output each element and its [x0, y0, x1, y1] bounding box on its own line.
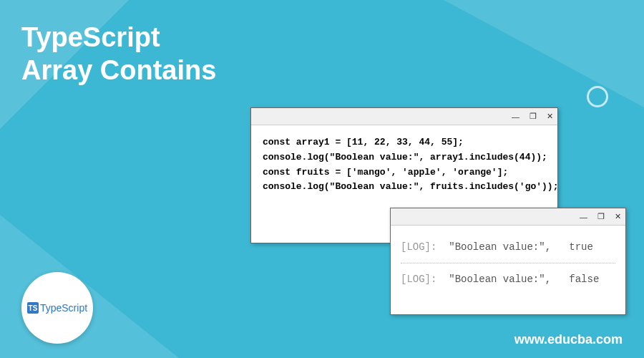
log-label: [LOG]:: [401, 241, 436, 253]
page-title: TypeScript Array Contains: [21, 21, 216, 87]
output-message: "Boolean value:",: [449, 241, 551, 253]
close-icon[interactable]: ✕: [615, 212, 621, 221]
ts-square-icon: TS: [27, 302, 39, 314]
code-line: console.log("Boolean value:", fruits.inc…: [263, 181, 558, 192]
output-message: "Boolean value:",: [449, 274, 551, 285]
log-label: [LOG]:: [401, 274, 436, 285]
output-divider: [401, 263, 615, 263]
output-line: [LOG]: "Boolean value:", false: [401, 266, 615, 292]
maximize-icon[interactable]: ❐: [597, 212, 605, 221]
close-icon[interactable]: ✕: [547, 112, 553, 121]
window-titlebar: — ❐ ✕: [251, 108, 557, 125]
output-value: true: [569, 241, 593, 253]
typescript-logo: TS TypeScript: [21, 272, 93, 344]
code-line: console.log("Boolean value:", array1.inc…: [263, 152, 547, 163]
title-line2: Array Contains: [21, 55, 216, 85]
maximize-icon[interactable]: ❐: [530, 112, 537, 121]
code-content: const array1 = [11, 22, 33, 44, 55]; con…: [251, 125, 557, 205]
output-content: [LOG]: "Boolean value:", true [LOG]: "Bo…: [391, 226, 625, 301]
output-line: [LOG]: "Boolean value:", true: [401, 234, 615, 260]
output-value: false: [569, 274, 599, 285]
website-url: www.educba.com: [514, 332, 623, 347]
title-line1: TypeScript: [21, 22, 160, 52]
bg-decoration-circle: [587, 86, 608, 107]
output-window: — ❐ ✕ [LOG]: "Boolean value:", true [LOG…: [390, 208, 626, 315]
minimize-icon[interactable]: —: [512, 112, 519, 121]
bg-decoration: [0, 215, 179, 358]
code-line: const fruits = ['mango', 'apple', 'orang…: [263, 167, 508, 178]
bg-decoration: [444, 0, 644, 107]
code-line: const array1 = [11, 22, 33, 44, 55];: [263, 137, 464, 147]
logo-text: TypeScript: [40, 302, 87, 314]
ts-badge: TS TypeScript: [27, 302, 87, 314]
minimize-icon[interactable]: —: [580, 213, 587, 221]
window-titlebar: — ❐ ✕: [391, 208, 625, 226]
